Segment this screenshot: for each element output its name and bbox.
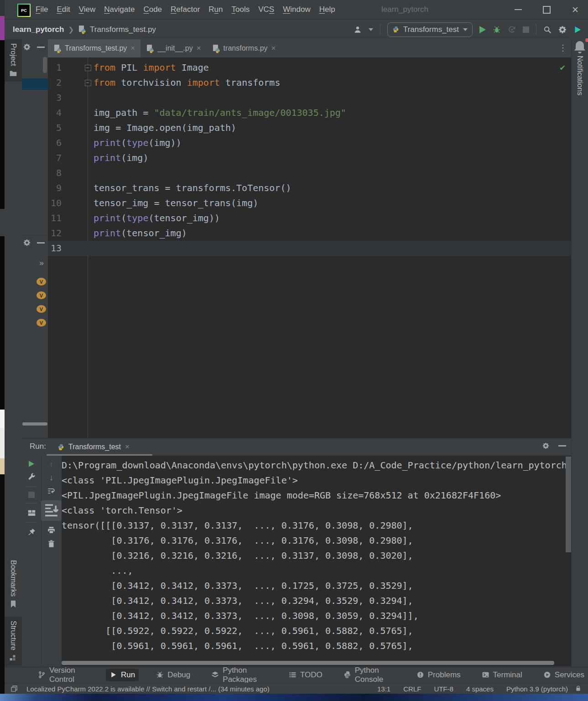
- tab-__init__.py[interactable]: __init__.py: [140, 39, 206, 57]
- project-panel[interactable]: [22, 39, 48, 235]
- user-dropdown-icon[interactable]: [369, 28, 373, 31]
- ide-features-icon[interactable]: [573, 26, 582, 34]
- breadcrumb-file[interactable]: Transforms_test.py: [90, 25, 156, 34]
- pin-icon[interactable]: [27, 528, 36, 536]
- breadcrumb-project[interactable]: learn_pytorch: [13, 25, 64, 34]
- pycharm-logo-icon: PC: [17, 4, 31, 17]
- inspections-ok-icon[interactable]: ✔: [560, 62, 565, 72]
- close-icon[interactable]: [197, 44, 201, 53]
- run-button[interactable]: [479, 26, 486, 33]
- gear-icon[interactable]: [23, 43, 31, 51]
- code-text: tensor_img = tensor_trans(img): [62, 196, 258, 211]
- sidebar-item-notifications[interactable]: Notifications: [572, 39, 588, 95]
- scroll-to-end-button[interactable]: [41, 500, 62, 521]
- close-icon[interactable]: [271, 44, 276, 53]
- sidebar-item-structure[interactable]: Structure: [5, 617, 22, 666]
- menu-vcs[interactable]: VCS: [258, 5, 274, 14]
- console-lines: D:\Program_download\Anaconda\envs\pytorc…: [62, 458, 572, 654]
- caret-position[interactable]: 13:1: [377, 685, 390, 693]
- stop-button[interactable]: [28, 492, 35, 498]
- run-label: Run:: [30, 442, 46, 451]
- code-editor[interactable]: 1from PIL import Image2from torchvision …: [48, 57, 572, 438]
- wrench-icon[interactable]: [27, 473, 36, 481]
- code-text: from torchvision import transforms: [62, 75, 280, 90]
- gear-icon[interactable]: [542, 442, 549, 449]
- user-profile-icon[interactable]: [354, 26, 362, 34]
- toolwindow-button-terminal[interactable]: Terminal: [478, 669, 526, 681]
- menu-navigate[interactable]: Navigate: [104, 5, 135, 14]
- maximize-icon[interactable]: [543, 6, 551, 14]
- menu-code[interactable]: Code: [143, 5, 162, 14]
- lock-icon[interactable]: [575, 685, 582, 692]
- close-icon[interactable]: ✕: [572, 5, 579, 14]
- variable-icon[interactable]: V: [36, 278, 46, 286]
- close-icon[interactable]: [125, 442, 130, 452]
- debug-button[interactable]: [493, 26, 501, 34]
- toolwindow-button-todo[interactable]: TODO: [285, 669, 326, 681]
- fold-marker-icon[interactable]: [85, 65, 91, 71]
- restore-layout-icon[interactable]: [27, 509, 36, 517]
- hide-panel-icon[interactable]: [558, 445, 566, 447]
- selected-tree-row[interactable]: [22, 78, 48, 90]
- run-configuration-select[interactable]: Transforms_test: [387, 22, 473, 37]
- variable-icon[interactable]: V: [36, 291, 46, 299]
- menu-edit[interactable]: Edit: [57, 5, 70, 14]
- settings-gear-icon[interactable]: [558, 26, 567, 34]
- tab-transforms.py[interactable]: transforms.py: [207, 39, 281, 57]
- toolwindow-button-python-console[interactable]: Python Console: [340, 669, 399, 681]
- sidebar-item-bookmarks[interactable]: Bookmarks: [5, 556, 22, 612]
- menu-refactor[interactable]: Refactor: [171, 5, 200, 14]
- expand-chevrons-icon[interactable]: »: [40, 259, 44, 268]
- toolwindow-button-python-packages[interactable]: Python Packages: [208, 669, 271, 681]
- interpreter[interactable]: Python 3.9 (pytorch): [506, 685, 568, 693]
- main-toolbar: learn_pytorch ❯ Transforms_test.py Trans…: [5, 20, 588, 40]
- line-ending[interactable]: CRLF: [403, 685, 421, 693]
- variable-icon[interactable]: V: [36, 319, 46, 327]
- toolwindow-button-run[interactable]: Run: [106, 669, 139, 681]
- up-arrow-icon[interactable]: ↑: [49, 460, 53, 468]
- trash-icon[interactable]: [47, 540, 56, 548]
- close-icon[interactable]: [130, 44, 135, 53]
- encoding[interactable]: UTF-8: [434, 685, 453, 693]
- tab-label: __init__.py: [157, 44, 193, 52]
- variable-icon[interactable]: V: [36, 305, 46, 313]
- coverage-button[interactable]: [508, 26, 516, 34]
- status-message[interactable]: Localized PyCharm 2022.2 is available //…: [26, 685, 270, 693]
- tab-Transforms_test.py[interactable]: Transforms_test.py: [48, 39, 140, 57]
- console-line: [0.5961, 0.5961, 0.5961, ..., 0.5961, 0.…: [62, 639, 572, 654]
- search-icon[interactable]: [543, 26, 552, 34]
- toolwindow-button-debug[interactable]: Debug: [152, 669, 194, 681]
- menu-window[interactable]: Window: [283, 5, 310, 14]
- toolwindow-button-version-control[interactable]: Version Control: [34, 669, 92, 681]
- console-output[interactable]: D:\Program_download\Anaconda\envs\pytorc…: [62, 456, 572, 666]
- h-scrollbar-thumb[interactable]: [22, 422, 47, 426]
- code-line: 7print(img): [48, 151, 572, 166]
- menu-run[interactable]: Run: [208, 5, 223, 14]
- soft-wrap-icon[interactable]: [47, 487, 56, 495]
- menu-view[interactable]: View: [79, 5, 96, 14]
- minimize-icon[interactable]: [515, 9, 522, 10]
- structure-panel[interactable]: » VVVV: [22, 235, 48, 438]
- toolwindow-button-problems[interactable]: Problems: [413, 669, 464, 681]
- menu-tools[interactable]: Tools: [232, 5, 250, 14]
- hide-panel-icon[interactable]: [37, 242, 45, 244]
- print-icon[interactable]: [47, 526, 56, 535]
- gear-icon[interactable]: [23, 239, 31, 246]
- hide-panel-icon[interactable]: [37, 47, 45, 48]
- fold-marker-icon[interactable]: [85, 80, 91, 86]
- window-stack-icon[interactable]: [10, 685, 18, 692]
- indent-setting[interactable]: 4 spaces: [466, 685, 494, 693]
- scrollbar-thumb[interactable]: [43, 57, 47, 73]
- more-options-icon[interactable]: ⋮: [559, 43, 567, 53]
- rerun-button[interactable]: [29, 461, 34, 467]
- down-arrow-icon[interactable]: ↓: [49, 473, 53, 482]
- run-tab[interactable]: Transforms_test: [57, 438, 130, 456]
- sidebar-item-project[interactable]: Project: [5, 39, 22, 82]
- code-text: from PIL import Image: [62, 60, 209, 75]
- terminal-icon: [482, 671, 489, 679]
- menu-file[interactable]: File: [36, 5, 48, 14]
- toolwindow-button-services[interactable]: Services: [540, 669, 588, 681]
- stop-button[interactable]: [523, 26, 529, 33]
- menu-help[interactable]: Help: [319, 5, 335, 14]
- h-scrollbar-thumb[interactable]: [62, 661, 554, 665]
